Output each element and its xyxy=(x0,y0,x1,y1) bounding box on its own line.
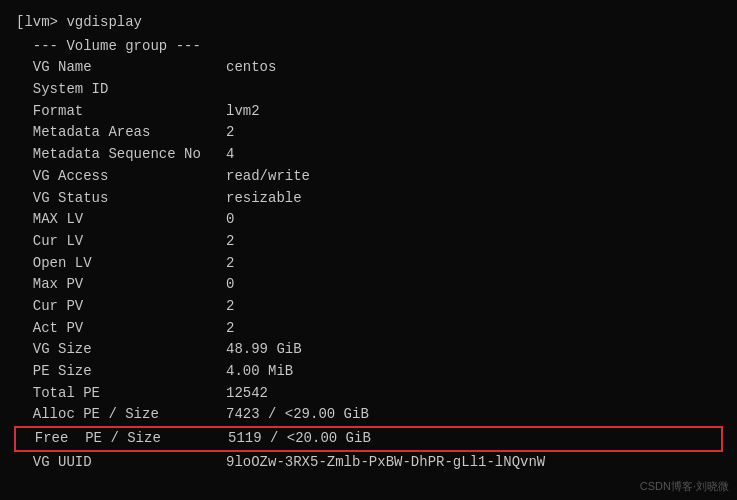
table-row: Act PV2 xyxy=(16,318,721,340)
row-value: resizable xyxy=(226,188,302,210)
row-value: lvm2 xyxy=(226,101,260,123)
row-label: VG Access xyxy=(16,166,226,188)
table-row: Max PV0 xyxy=(16,274,721,296)
row-label: VG Size xyxy=(16,339,226,361)
row-value: 2 xyxy=(226,318,234,340)
table-row: VG Accessread/write xyxy=(16,166,721,188)
row-value: 12542 xyxy=(226,383,268,405)
row-label: Act PV xyxy=(16,318,226,340)
row-value: 0 xyxy=(226,209,234,231)
row-value: 2 xyxy=(226,296,234,318)
row-label: VG Status xyxy=(16,188,226,210)
row-label: MAX LV xyxy=(16,209,226,231)
table-row: VG Size48.99 GiB xyxy=(16,339,721,361)
row-label: Total PE xyxy=(16,383,226,405)
row-label: Alloc PE / Size xyxy=(16,404,226,426)
row-label: System ID xyxy=(16,79,226,101)
table-row: VG Namecentos xyxy=(16,57,721,79)
table-row: VG Statusresizable xyxy=(16,188,721,210)
table-row: MAX LV0 xyxy=(16,209,721,231)
row-value: 4 xyxy=(226,144,234,166)
terminal-window: [lvm> vgdisplay --- Volume group --- VG … xyxy=(0,0,737,500)
row-value: 2 xyxy=(226,231,234,253)
row-label: Open LV xyxy=(16,253,226,275)
table-row: VG UUID9loOZw-3RX5-Zmlb-PxBW-DhPR-gLl1-l… xyxy=(16,452,721,474)
table-row: Open LV2 xyxy=(16,253,721,275)
table-row: Metadata Areas2 xyxy=(16,122,721,144)
row-value: read/write xyxy=(226,166,310,188)
table-row: Cur PV2 xyxy=(16,296,721,318)
row-value: 2 xyxy=(226,122,234,144)
row-label: Format xyxy=(16,101,226,123)
row-label: Metadata Areas xyxy=(16,122,226,144)
row-label: Max PV xyxy=(16,274,226,296)
row-value: 0 xyxy=(226,274,234,296)
table-row: Metadata Sequence No4 xyxy=(16,144,721,166)
table-row: PE Size4.00 MiB xyxy=(16,361,721,383)
row-label: Cur LV xyxy=(16,231,226,253)
prompt-line: [lvm> vgdisplay xyxy=(16,12,721,34)
row-value: 7423 / <29.00 GiB xyxy=(226,404,369,426)
row-label: VG UUID xyxy=(16,452,226,474)
row-value: 48.99 GiB xyxy=(226,339,302,361)
row-label: VG Name xyxy=(16,57,226,79)
table-row: Formatlvm2 xyxy=(16,101,721,123)
row-value: 5119 / <20.00 GiB xyxy=(228,428,371,450)
row-label: Metadata Sequence No xyxy=(16,144,226,166)
table-row: System ID xyxy=(16,79,721,101)
table-row: Alloc PE / Size7423 / <29.00 GiB xyxy=(16,404,721,426)
table-row: Total PE12542 xyxy=(16,383,721,405)
table-row: Cur LV2 xyxy=(16,231,721,253)
row-label: Free PE / Size xyxy=(18,428,228,450)
row-label: Cur PV xyxy=(16,296,226,318)
row-value: centos xyxy=(226,57,276,79)
row-value: 4.00 MiB xyxy=(226,361,293,383)
section-header: --- Volume group --- xyxy=(16,36,721,58)
row-label: PE Size xyxy=(16,361,226,383)
watermark: CSDN博客·刘晓微 xyxy=(640,479,729,494)
row-value: 9loOZw-3RX5-Zmlb-PxBW-DhPR-gLl1-lNQvnW xyxy=(226,452,545,474)
row-value: 2 xyxy=(226,253,234,275)
table-row: Free PE / Size5119 / <20.00 GiB xyxy=(14,426,723,452)
